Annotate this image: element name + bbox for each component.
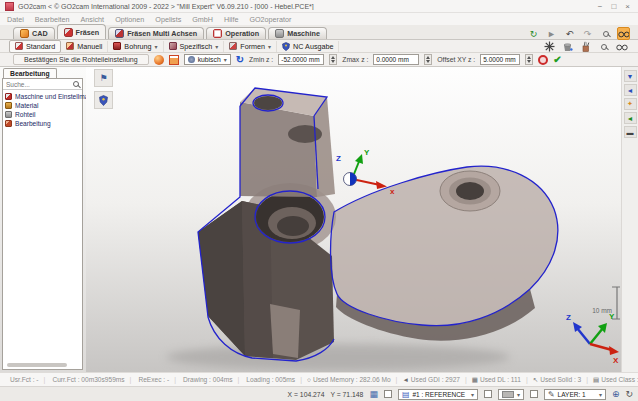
layer-checkbox[interactable] <box>530 390 538 398</box>
tab-fraesen[interactable]: Fräsen <box>57 24 107 39</box>
divider: | <box>526 376 528 383</box>
status-used-class: ▤Used Class : 0 <box>593 376 638 384</box>
menu-bearbeiten[interactable]: Bearbeiten <box>35 15 70 24</box>
color-checkbox[interactable] <box>484 390 492 398</box>
menu-hilfe[interactable]: Hilfe <box>224 15 238 24</box>
divider: | <box>465 376 467 383</box>
divider: | <box>130 376 132 383</box>
cancel-stock-button[interactable] <box>538 55 548 65</box>
go2cam-window: GO2cam < © GO2cam International 2009 - 2… <box>0 0 638 401</box>
panel-scrollbar[interactable] <box>7 363 67 367</box>
menu-optionen[interactable]: Optionen <box>115 15 144 24</box>
machining-icon <box>5 120 12 127</box>
grid-checkbox[interactable] <box>384 390 392 398</box>
rotate-ball-icon[interactable] <box>154 55 164 65</box>
paint-button[interactable] <box>561 40 574 53</box>
stock-shape-select[interactable]: kubisch ▾ <box>184 54 231 65</box>
search-input[interactable] <box>6 81 73 88</box>
grid-toggle-icon[interactable]: ▦ <box>369 389 378 399</box>
tab-operation[interactable]: Operation <box>206 27 266 39</box>
sync-button[interactable]: ↻ <box>527 27 540 40</box>
zmin-input[interactable] <box>278 54 324 65</box>
cutter-button[interactable] <box>543 40 556 53</box>
origin-y-label: Y <box>364 148 370 157</box>
menu-opelists[interactable]: Opelists <box>155 15 181 24</box>
menu-datei[interactable]: Datei <box>7 15 24 24</box>
spin-down-icon[interactable] <box>527 60 531 63</box>
offset-spinner[interactable] <box>525 54 533 65</box>
subtab-spezifisch[interactable]: Spezifisch ▾ <box>164 41 225 52</box>
tab-fraesen-multi-achsen[interactable]: Fräsen Multi Achsen <box>108 27 204 39</box>
glasses-button-2[interactable] <box>615 40 628 53</box>
subtab-bohrung[interactable]: Bohrung ▾ <box>108 41 163 52</box>
subtab-manuell[interactable]: Manuell <box>61 41 108 52</box>
maximize-button[interactable]: □ <box>611 2 616 11</box>
redo-button[interactable]: ↷ <box>581 27 594 40</box>
stock-box-icon[interactable] <box>169 55 179 65</box>
spin-up-icon[interactable] <box>527 56 531 59</box>
specific-icon <box>169 42 177 50</box>
offset-input[interactable] <box>480 54 520 65</box>
spin-down-icon[interactable] <box>426 60 430 63</box>
reference-select[interactable]: ▤ #1 : REFERENCE ▾ <box>398 389 478 400</box>
zoom-extents-button[interactable]: ⊕ <box>612 389 620 399</box>
subtab-standard[interactable]: Standard <box>9 40 61 53</box>
machining-tree-panel: Maschine und Einstellmaße Material Rohte… <box>2 78 83 370</box>
close-button[interactable]: × <box>625 2 630 11</box>
tab-maschine-label: Maschine <box>287 29 320 38</box>
material-icon <box>5 102 12 109</box>
part-model[interactable] <box>198 88 558 360</box>
offset-label: Offset XY z : <box>437 56 475 63</box>
view-glasses-button[interactable] <box>617 27 630 40</box>
zmax-input[interactable] <box>373 54 419 65</box>
subtab-nc-ausgabe[interactable]: NC Ausgabe <box>277 41 339 52</box>
spin-down-icon[interactable] <box>331 60 335 63</box>
divider: | <box>300 376 302 383</box>
menu-ansicht[interactable]: Ansicht <box>81 15 105 24</box>
undo-button[interactable]: ↶ <box>563 27 576 40</box>
class-icon: ▤ <box>593 376 599 384</box>
part-model-canvas[interactable]: Z Y x 10 mm <box>86 67 621 372</box>
menu-gmbh[interactable]: GmbH <box>192 15 213 24</box>
gdi-icon: ◄ <box>402 376 408 383</box>
flag-button[interactable]: ⚑ <box>94 69 113 87</box>
color-select[interactable]: ▾ <box>498 389 524 400</box>
minimize-button[interactable]: − <box>598 2 603 11</box>
pointer-button[interactable]: ► <box>545 27 558 40</box>
confirm-stock-button[interactable]: ✔ <box>553 54 561 65</box>
zoom-button-2[interactable] <box>597 40 610 53</box>
filter-button[interactable]: ▼ <box>624 70 637 82</box>
spin-up-icon[interactable] <box>426 56 430 59</box>
subtab-bohrung-label: Bohrung <box>124 42 151 51</box>
tree-item-maschine[interactable]: Maschine und Einstellmaße <box>5 93 80 100</box>
tree-item-material[interactable]: Material <box>5 102 80 109</box>
zmin-spinner[interactable] <box>329 54 337 65</box>
recompute-button[interactable]: ↻ <box>236 54 244 65</box>
chevron-down-icon: ▾ <box>599 391 602 398</box>
zoom-button[interactable] <box>599 27 612 40</box>
search-icon <box>73 81 79 87</box>
spin-up-icon[interactable] <box>331 56 335 59</box>
dark-tool-button[interactable]: ▬ <box>624 126 637 138</box>
layer-select[interactable]: ✎ LAYER: 1 ▾ <box>544 389 606 400</box>
refresh-view-button[interactable]: ↻ <box>625 389 633 399</box>
tree-item-rohteil[interactable]: Rohteil <box>5 111 80 118</box>
tab-cad-label: CAD <box>32 29 48 38</box>
viewport-3d[interactable]: ⚑ <box>86 67 621 372</box>
app-logo-icon <box>5 2 14 11</box>
collapse-button-green[interactable]: ◄ <box>624 112 637 124</box>
chevron-down-icon: ▾ <box>517 391 520 398</box>
orange-tool-button[interactable]: ✦ <box>624 98 637 110</box>
brush-cup-button[interactable] <box>579 40 592 53</box>
menu-go2operator[interactable]: GO2operator <box>249 15 291 24</box>
pointer-icon: ► <box>547 29 556 39</box>
subtab-formen[interactable]: Formen ▾ <box>224 41 277 52</box>
tree-item-bearbeitung[interactable]: Bearbeitung <box>5 120 80 127</box>
nc-shield-button[interactable] <box>94 91 113 109</box>
zmax-spinner[interactable] <box>424 54 432 65</box>
tab-cad[interactable]: CAD <box>13 27 55 39</box>
tab-bearbeitung-panel[interactable]: Bearbeitung <box>3 68 57 78</box>
collapse-button-blue[interactable]: ◄ <box>624 84 637 96</box>
tab-maschine[interactable]: Maschine <box>268 27 327 39</box>
right-tool-strip: ▼ ◄ ✦ ◄ ▬ <box>621 67 638 372</box>
